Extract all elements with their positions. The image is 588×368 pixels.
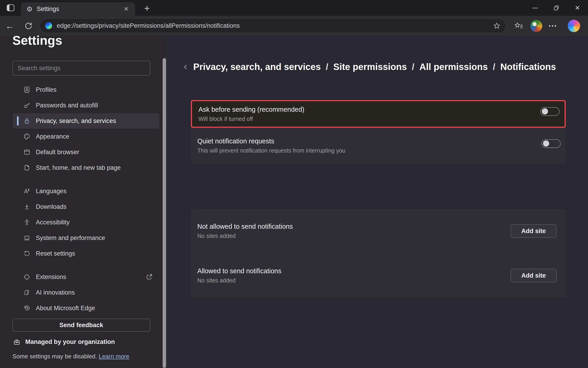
url-text: edge://settings/privacy/sitePermissions/… <box>57 22 240 29</box>
sidebar-item-profiles[interactable]: Profiles <box>13 82 159 98</box>
restore-button[interactable] <box>546 0 567 16</box>
settings-sidebar: Settings Profiles Passwords and autofill <box>0 36 167 368</box>
minimize-icon <box>532 8 538 8</box>
browser-window-icon <box>23 149 31 156</box>
palette-icon <box>23 133 31 140</box>
refresh-button[interactable] <box>22 20 35 32</box>
plus-icon: + <box>144 3 150 14</box>
quiet-requests-row: Quiet notification requests This will pr… <box>191 128 566 164</box>
close-window-icon: ✕ <box>575 4 580 12</box>
workspaces-icon <box>6 4 15 11</box>
breadcrumb-site-permissions[interactable]: Site permissions <box>333 62 407 72</box>
profile-avatar <box>530 20 542 32</box>
quiet-requests-title: Quiet notification requests <box>197 138 566 145</box>
nav-group-divider <box>0 175 167 183</box>
star-icon <box>493 22 501 30</box>
sidebar-footer: Some settings may be disabled. Learn mor… <box>12 353 167 360</box>
edge-browser-window: ⚙ Settings ✕ + ✕ ← edge://settings/priva… <box>0 0 588 368</box>
sidebar-item-ai-innovations[interactable]: AI innovations <box>13 285 159 300</box>
breadcrumb-privacy[interactable]: Privacy, search, and services <box>193 62 321 72</box>
breadcrumb-notifications: Notifications <box>500 62 556 72</box>
browser-menu-button[interactable]: ••• <box>546 20 560 32</box>
tab-title: Settings <box>37 6 122 13</box>
ellipsis-icon: ••• <box>549 23 558 29</box>
sidebar-item-extensions[interactable]: Extensions <box>13 269 159 285</box>
breadcrumb: ‹ Privacy, search, and services / Site p… <box>184 61 556 73</box>
back-arrow-icon: ← <box>5 21 14 31</box>
lock-icon <box>23 118 31 124</box>
quiet-requests-toggle[interactable] <box>541 139 561 148</box>
settings-gear-icon: ⚙ <box>26 6 33 13</box>
sidebar-item-accessibility[interactable]: Accessibility <box>13 214 159 230</box>
sidebar-scrollbar[interactable] <box>163 58 166 368</box>
page-title: Settings <box>12 36 167 48</box>
send-feedback-button[interactable]: Send feedback <box>12 319 150 331</box>
ask-before-sending-title: Ask before sending (recommended) <box>198 106 565 113</box>
copilot-button[interactable] <box>567 20 581 32</box>
edge-favicon <box>45 22 52 29</box>
favorites-button[interactable] <box>512 20 525 32</box>
ask-before-sending-toggle[interactable] <box>540 107 559 116</box>
add-site-block-button[interactable]: Add site <box>511 224 557 238</box>
learn-more-link[interactable]: Learn more <box>99 353 129 360</box>
edge-logo-icon <box>23 305 31 312</box>
breadcrumb-back-icon[interactable]: ‹ <box>184 61 187 73</box>
toggle-knob <box>543 140 549 147</box>
browser-toolbar: ← edge://settings/privacy/sitePermission… <box>0 16 588 36</box>
default-behavior-card: Ask before sending (recommended) Will bl… <box>191 100 566 164</box>
puzzle-icon <box>23 274 31 280</box>
sidebar-item-appearance[interactable]: Appearance <box>13 129 159 144</box>
favorites-list-icon <box>514 22 523 30</box>
nav-group-divider <box>0 261 167 269</box>
back-button[interactable]: ← <box>3 20 16 32</box>
sidebar-item-default-browser[interactable]: Default browser <box>13 144 159 160</box>
sidebar-item-languages[interactable]: Languages <box>13 183 159 199</box>
briefcase-icon <box>13 339 21 346</box>
disabled-notice-text: Some settings may be disabled. <box>12 353 99 360</box>
languages-icon <box>23 188 31 194</box>
quiet-requests-subtitle: This will prevent notification requests … <box>197 147 566 154</box>
selection-indicator <box>17 116 19 126</box>
settings-main-panel: ‹ Privacy, search, and services / Site p… <box>167 36 588 368</box>
sidebar-item-about-edge[interactable]: About Microsoft Edge <box>13 300 159 316</box>
new-page-icon <box>23 164 31 171</box>
close-window-button[interactable]: ✕ <box>567 0 588 16</box>
page-content: Settings Profiles Passwords and autofill <box>0 36 588 368</box>
minimize-button[interactable] <box>525 0 546 16</box>
laptop-icon <box>23 234 31 241</box>
restore-icon <box>553 5 559 11</box>
profiles-icon <box>23 86 31 93</box>
profile-button[interactable] <box>530 20 543 32</box>
sidebar-item-reset-settings[interactable]: Reset settings <box>13 246 159 261</box>
copilot-icon <box>568 20 580 32</box>
favorite-star-button[interactable] <box>491 21 502 31</box>
download-icon <box>23 203 31 210</box>
workspaces-button[interactable] <box>4 2 18 14</box>
sidebar-item-start-home-newtab[interactable]: Start, home, and new tab page <box>13 160 159 175</box>
search-settings-input[interactable] <box>12 61 150 75</box>
tab-strip: ⚙ Settings ✕ + ✕ <box>0 0 588 16</box>
ask-before-sending-row: Ask before sending (recommended) Will bl… <box>191 100 566 128</box>
window-controls: ✕ <box>525 0 588 16</box>
sidebar-item-downloads[interactable]: Downloads <box>13 199 159 214</box>
reset-icon <box>23 250 31 257</box>
not-allowed-row: Not allowed to send notifications No sit… <box>191 209 566 253</box>
customized-behaviors-card: Not allowed to send notifications No sit… <box>191 209 566 298</box>
settings-nav: Profiles Passwords and autofill Privacy,… <box>0 82 167 316</box>
address-bar[interactable]: edge://settings/privacy/sitePermissions/… <box>39 18 506 33</box>
ask-before-sending-subtitle: Will block if turned off <box>198 116 565 122</box>
sidebar-item-passwords[interactable]: Passwords and autofill <box>13 98 159 113</box>
refresh-icon <box>24 22 33 30</box>
sidebar-item-privacy[interactable]: Privacy, search, and services <box>13 113 159 129</box>
tab-settings[interactable]: ⚙ Settings ✕ <box>21 2 135 16</box>
key-icon <box>23 102 31 109</box>
managed-by-org[interactable]: Managed by your organization <box>13 338 167 346</box>
new-tab-button[interactable]: + <box>141 3 153 14</box>
toggle-knob <box>542 108 548 114</box>
sidebar-item-system-performance[interactable]: System and performance <box>13 230 159 246</box>
tab-close-button[interactable]: ✕ <box>122 5 130 14</box>
ai-copilot-icon <box>23 289 31 296</box>
add-site-allow-button[interactable]: Add site <box>511 269 557 282</box>
breadcrumb-all-permissions[interactable]: All permissions <box>419 62 488 72</box>
external-link-icon <box>146 273 153 281</box>
